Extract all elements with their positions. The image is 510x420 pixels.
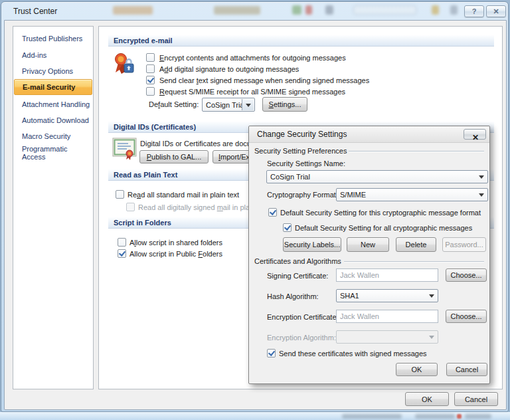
encryption-algorithm-combobox[interactable] [336, 330, 438, 344]
sidebar-item-email-security[interactable]: E-mail Security [14, 79, 92, 95]
checkbox-add-signature[interactable] [146, 64, 155, 73]
background-blur [342, 414, 402, 419]
settings-button[interactable]: Settings... [262, 97, 307, 112]
security-labels-button[interactable]: Security Labels... [283, 237, 341, 252]
checkbox-default-all[interactable] [283, 223, 292, 232]
background-app-blur [432, 5, 439, 15]
background-app-blur [325, 5, 333, 15]
checkbox-label-default-format: Default Security Setting for this crypto… [280, 209, 481, 217]
sidebar-item-label: Add-ins [22, 51, 46, 59]
background-app-blur [214, 6, 260, 15]
sidebar-item-trusted-publishers[interactable]: Trusted Publishers [14, 31, 92, 47]
checkbox-label-add-signature: Add digital signature to outgoing messag… [159, 65, 299, 73]
hash-algorithm-label: Hash Algorithm: [267, 292, 319, 300]
sidebar-item-programmatic-access[interactable]: Programmatic Access [14, 145, 92, 161]
security-settings-name-label: Security Settings Name: [267, 159, 345, 167]
help-icon: ? [472, 7, 477, 15]
background-app-blur [450, 5, 458, 15]
publish-to-gal-button[interactable]: Publish to GAL... [139, 150, 209, 163]
dialog-close-button[interactable]: ✕ [464, 129, 486, 140]
background-icon-blur [457, 414, 462, 419]
sidebar-item-attachment-handling[interactable]: Attachment Handling [14, 96, 92, 112]
sidebar-item-privacy-options[interactable]: Privacy Options [14, 63, 92, 79]
dialog-titlebar: Change Security Settings ✕ [249, 126, 489, 143]
trust-center-titlebar: Trust Center ? ✕ [1, 2, 508, 20]
dropdown-arrow-icon [429, 294, 434, 300]
checkbox-encrypt-contents[interactable] [146, 53, 155, 62]
sidebar-item-label: Macro Security [22, 132, 70, 140]
close-icon: ✕ [472, 133, 479, 142]
dropdown-arrow-icon [479, 193, 484, 199]
hash-algorithm-combobox[interactable]: SHA1 [336, 289, 438, 302]
dialog-ok-button[interactable]: OK [396, 363, 438, 376]
choose-signing-button[interactable]: Choose... [446, 268, 487, 282]
dropdown-button[interactable] [242, 99, 254, 110]
help-button[interactable]: ? [464, 5, 484, 17]
checkbox-label-read-plain-text: Read all standard mail in plain text [128, 191, 239, 199]
ok-button[interactable]: OK [405, 392, 449, 406]
checkbox-label-send-certificates: Send these certificates with signed mess… [279, 350, 427, 358]
checkbox-label-request-receipt: Request S/MIME receipt for all S/MIME si… [159, 88, 345, 96]
group-title-security-preferences: Security Setting Preferences [254, 147, 347, 155]
checkbox-send-clear-text[interactable] [146, 76, 155, 84]
certificate-icon [112, 138, 137, 161]
hash-algorithm-value: SHA1 [340, 292, 359, 300]
security-name-value: CoSign Trial [270, 173, 310, 181]
cancel-button[interactable]: Cancel [454, 392, 498, 406]
window-title: Trust Center [13, 7, 57, 16]
sidebar-item-label: Attachment Handling [22, 100, 90, 108]
sidebar-item-label: Automatic Download [22, 116, 89, 124]
sidebar-item-label: Trusted Publishers [22, 35, 82, 43]
sidebar-item-label: Privacy Options [22, 67, 73, 75]
sidebar-item-label: E-mail Security [23, 83, 75, 91]
checkbox-script-shared[interactable] [118, 238, 126, 247]
dropdown-arrow-icon [429, 336, 434, 342]
dropdown-arrow-icon [479, 175, 484, 181]
checkbox-default-format[interactable] [268, 208, 277, 217]
checkbox-send-certificates[interactable] [267, 349, 276, 358]
close-button[interactable]: ✕ [486, 5, 506, 17]
background-app-blur [353, 5, 416, 15]
sidebar-item-macro-security[interactable]: Macro Security [14, 128, 92, 144]
checkbox-label-script-public: Allow script in Public Folders [129, 250, 222, 258]
group-divider [344, 261, 484, 262]
sidebar-item-label: Programmatic Access [22, 145, 92, 161]
security-name-combobox[interactable]: CoSign Trial [266, 170, 488, 183]
change-security-settings-dialog: Change Security Settings ✕ Security Sett… [248, 126, 490, 384]
checkbox-label-send-clear-text: Send clear text signed message when send… [159, 76, 369, 84]
signing-certificate-field[interactable]: Jack Wallen [336, 268, 438, 282]
checkbox-label-encrypt-contents: Encrypt contents and attachments for out… [159, 54, 346, 62]
checkbox-request-receipt[interactable] [146, 87, 155, 96]
default-setting-label: Default Setting: [149, 100, 199, 108]
background-blur [415, 414, 455, 419]
cryptography-format-combobox[interactable]: S/MIME [336, 188, 488, 201]
checkbox-label-script-shared: Allow script in shared folders [129, 239, 222, 247]
checkbox-label-default-all: Default Security Setting for all cryptog… [295, 224, 472, 232]
cryptography-format-label: Cryptography Format: [267, 191, 338, 199]
background-app-blur [113, 6, 153, 15]
checkbox-read-plain-text[interactable] [116, 190, 124, 199]
sidebar-item-add-ins[interactable]: Add-ins [14, 47, 92, 63]
encrypted-email-icon [113, 52, 134, 76]
checkbox-read-signed-plain[interactable] [126, 203, 135, 211]
group-divider [349, 151, 484, 152]
group-title-certificates: Certificates and Algorithms [254, 257, 341, 265]
password-button[interactable]: Password... [442, 237, 486, 252]
close-icon: ✕ [493, 7, 499, 16]
delete-button[interactable]: Delete [396, 237, 436, 252]
default-setting-combobox[interactable]: CoSign Trial [202, 98, 255, 112]
encryption-certificate-field[interactable]: Jack Wallen [336, 310, 438, 323]
new-button[interactable]: New [347, 237, 389, 252]
dialog-cancel-button[interactable]: Cancel [446, 363, 487, 376]
choose-encryption-button[interactable]: Choose... [446, 310, 487, 323]
background-blur [465, 414, 491, 419]
sidebar-item-automatic-download[interactable]: Automatic Download [14, 112, 92, 128]
default-setting-value: CoSign Trial [206, 101, 246, 109]
digital-ids-description: Digital IDs or Certificates are docu [140, 140, 251, 148]
checkbox-script-public[interactable] [118, 249, 126, 258]
signing-certificate-label: Signing Certificate: [267, 272, 328, 280]
sidebar: Trusted Publishers Add-ins Privacy Optio… [13, 26, 94, 389]
encryption-certificate-label: Encryption Certificate: [267, 313, 339, 321]
checkbox-label-read-signed-plain: Read all digitally signed mail in plai [138, 203, 252, 211]
background-app-blur [305, 5, 312, 15]
